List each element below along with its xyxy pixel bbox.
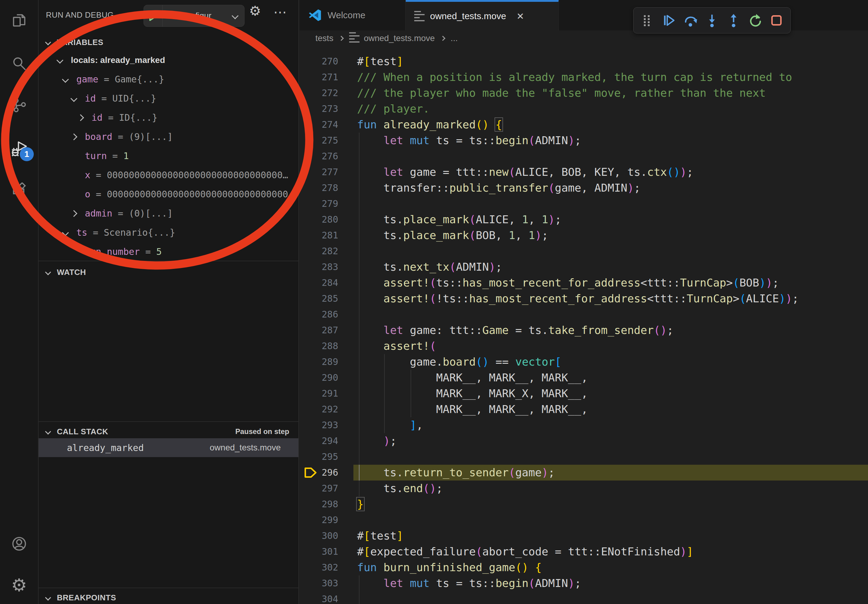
line-number[interactable]: 280 <box>299 212 338 228</box>
variable-row[interactable]: o = 000000000000000000000000000000000. <box>39 184 298 204</box>
code-line[interactable]: 279 <box>299 196 868 212</box>
code-line[interactable]: 271/// When a position is already marked… <box>299 69 868 85</box>
line-number[interactable]: 273 <box>299 101 338 117</box>
code-line[interactable]: 303 let mut ts = ts::begin(ADMIN); <box>299 575 868 591</box>
activity-source-control-icon[interactable] <box>0 91 38 120</box>
line-number[interactable]: 279 <box>299 196 338 212</box>
start-debug-button[interactable] <box>144 5 163 26</box>
breakpoints-section-header[interactable]: BREAKPOINTS <box>39 591 298 604</box>
line-number[interactable]: 270 <box>299 54 338 69</box>
code-line-current[interactable]: 296 ts.return_to_sender(game); <box>299 465 868 480</box>
line-number[interactable]: 284 <box>299 275 338 291</box>
code-line[interactable]: 272/// the player who made the "false" m… <box>299 85 868 101</box>
line-number[interactable]: 290 <box>299 370 338 386</box>
line-number[interactable]: 299 <box>299 512 338 528</box>
line-number[interactable]: 286 <box>299 307 338 322</box>
line-number[interactable]: 291 <box>299 386 338 401</box>
activity-settings-gear-icon[interactable]: ⚙ <box>0 570 38 600</box>
sidebar-gear-icon[interactable]: ⚙ <box>249 4 261 18</box>
code-line[interactable]: 284 assert!(ts::has_most_recent_for_addr… <box>299 275 868 291</box>
code-line[interactable]: 278 transfer::public_transfer(game, ADMI… <box>299 180 868 196</box>
code-line[interactable]: 301#[expected_failure(abort_code = ttt::… <box>299 544 868 560</box>
line-number[interactable]: 275 <box>299 133 338 149</box>
line-number[interactable]: 297 <box>299 480 338 496</box>
code-line[interactable]: 286 <box>299 307 868 322</box>
chevron-down-icon[interactable] <box>71 95 78 102</box>
call-stack-frame-row[interactable]: already_marked owned_tests.move <box>39 438 298 457</box>
chevron-down-icon[interactable] <box>62 76 69 83</box>
chevron-right-icon[interactable] <box>77 114 84 121</box>
code-line[interactable]: 294 ); <box>299 433 868 449</box>
line-number[interactable]: 293 <box>299 417 338 433</box>
toolbar-drag-handle[interactable] <box>639 12 656 29</box>
line-number[interactable]: 285 <box>299 291 338 307</box>
step-over-button[interactable] <box>682 12 699 29</box>
line-number[interactable]: 294 <box>299 433 338 449</box>
code-line[interactable]: 276 <box>299 149 868 164</box>
line-number[interactable]: 295 <box>299 449 338 465</box>
code-line[interactable]: 304 <box>299 591 868 604</box>
chevron-right-icon[interactable] <box>71 133 78 140</box>
line-number[interactable]: 287 <box>299 322 338 338</box>
activity-debug-icon[interactable]: 1 <box>0 134 38 163</box>
activity-files-icon[interactable] <box>0 6 38 35</box>
code-line[interactable]: 299 <box>299 512 868 528</box>
code-line[interactable]: 270#[test] <box>299 54 868 69</box>
line-number[interactable]: 301 <box>299 544 338 560</box>
chevron-down-icon[interactable] <box>57 57 64 63</box>
activity-extensions-icon[interactable] <box>0 176 38 205</box>
line-number[interactable]: 278 <box>299 180 338 196</box>
code-line[interactable]: 281 ts.place_mark(BOB, 1, 1); <box>299 228 868 243</box>
watch-section-header[interactable]: WATCH <box>39 265 298 279</box>
line-number[interactable]: 283 <box>299 259 338 275</box>
variable-row[interactable]: admin = (0)[...] <box>39 204 298 223</box>
stop-button[interactable] <box>768 12 785 29</box>
variable-row[interactable]: turn = 1 <box>39 146 298 166</box>
line-number[interactable]: 276 <box>299 149 338 164</box>
activity-search-icon[interactable] <box>0 49 38 78</box>
code-line[interactable]: 287 let game: ttt::Game = ts.take_from_s… <box>299 322 868 338</box>
code-line[interactable]: 274fun already_marked() { <box>299 117 868 133</box>
code-line[interactable]: 275 let mut ts = ts::begin(ADMIN); <box>299 133 868 149</box>
variable-row[interactable]: ts = Scenario{...} <box>39 223 298 242</box>
code-line[interactable]: 283 ts.next_tx(ADMIN); <box>299 259 868 275</box>
line-number[interactable]: 292 <box>299 401 338 417</box>
debug-config-dropdown[interactable]: No Configur <box>144 5 245 27</box>
code-line[interactable]: 280 ts.place_mark(ALICE, 1, 1); <box>299 212 868 228</box>
variable-row[interactable]: game = Game{...} <box>39 70 298 89</box>
variable-row[interactable]: board = (9)[...] <box>39 127 298 146</box>
line-number[interactable]: 277 <box>299 164 338 180</box>
chevron-right-icon[interactable] <box>71 210 78 217</box>
call-stack-section-header[interactable]: CALL STACK Paused on step <box>39 424 298 438</box>
line-number[interactable]: 300 <box>299 528 338 544</box>
line-number[interactable]: 298 <box>299 496 338 512</box>
variable-row[interactable]: id = UID{...} <box>39 89 298 108</box>
restart-button[interactable] <box>747 12 764 29</box>
code-line[interactable]: 292 MARK__, MARK__, MARK__, <box>299 401 868 417</box>
variables-scope-row[interactable]: locals: already_marked <box>39 51 298 70</box>
line-number[interactable]: 288 <box>299 338 338 354</box>
line-number[interactable]: 302 <box>299 560 338 575</box>
code-line[interactable]: 277 let game = ttt::new(ALICE, BOB, KEY,… <box>299 164 868 180</box>
code-line[interactable]: 298} <box>299 496 868 512</box>
activity-account-icon[interactable] <box>0 529 38 558</box>
continue-button[interactable] <box>660 12 677 29</box>
line-number[interactable]: 303 <box>299 575 338 591</box>
line-number[interactable]: 304 <box>299 591 338 604</box>
line-number[interactable]: 281 <box>299 228 338 243</box>
code-line[interactable]: 295 <box>299 449 868 465</box>
step-into-button[interactable] <box>704 12 721 29</box>
variable-row[interactable]: x = 00000000000000000000000000000000… <box>39 166 298 184</box>
variable-row[interactable]: id = ID{...} <box>39 108 298 127</box>
variable-row[interactable]: txn_number = 5 <box>39 242 298 261</box>
more-actions-icon[interactable]: ⋯ <box>273 4 287 20</box>
step-out-button[interactable] <box>725 12 742 29</box>
code-line[interactable]: 291 MARK__, MARK_X, MARK__, <box>299 386 868 401</box>
code-line[interactable]: 273/// player. <box>299 101 868 117</box>
code-line[interactable]: 302fun burn_unfinished_game() { <box>299 560 868 575</box>
line-number[interactable]: 272 <box>299 85 338 101</box>
line-number[interactable]: 289 <box>299 354 338 370</box>
code-line[interactable]: 288 assert!( <box>299 338 868 354</box>
variables-section-header[interactable]: VARIABLES <box>39 35 298 49</box>
line-number[interactable]: 271 <box>299 69 338 85</box>
